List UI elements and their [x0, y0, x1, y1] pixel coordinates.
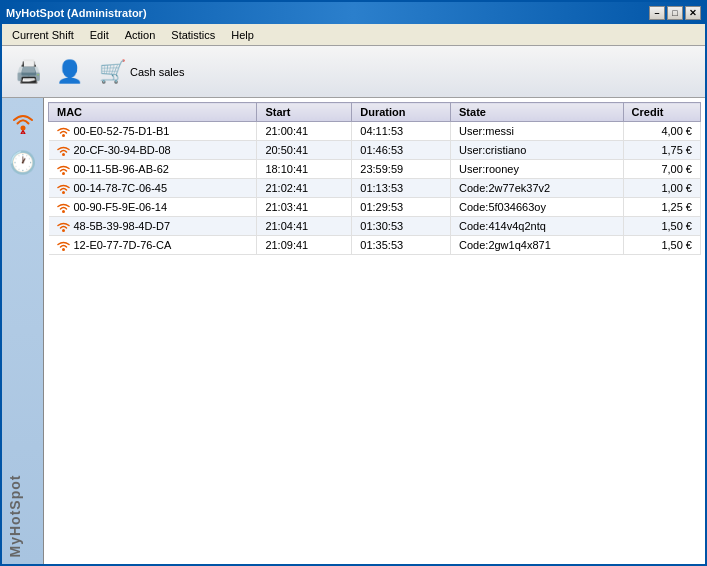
cell-state: User:cristiano [451, 141, 624, 160]
col-start: Start [257, 103, 352, 122]
table-row[interactable]: 00-E0-52-75-D1-B1 21:00:4104:11:53User:m… [49, 122, 701, 141]
svg-point-5 [62, 153, 65, 156]
menu-bar: Current Shift Edit Action Statistics Hel… [2, 24, 705, 46]
wifi-row-icon [57, 183, 70, 194]
cash-sales-button[interactable]: 🛒 Cash sales [92, 56, 191, 88]
left-panel: 🕐 MyHotSpot [2, 98, 44, 564]
cell-start: 21:02:41 [257, 179, 352, 198]
svg-point-4 [62, 134, 65, 137]
cell-credit: 1,75 € [623, 141, 700, 160]
menu-action[interactable]: Action [117, 27, 164, 43]
menu-current-shift[interactable]: Current Shift [4, 27, 82, 43]
wifi-row-icon [57, 126, 70, 137]
cell-credit: 7,00 € [623, 160, 700, 179]
table-row[interactable]: 00-90-F5-9E-06-14 21:03:4101:29:53Code:5… [49, 198, 701, 217]
table-row[interactable]: 12-E0-77-7D-76-CA 21:09:4101:35:53Code:2… [49, 236, 701, 255]
cell-state: Code:2gw1q4x871 [451, 236, 624, 255]
title-bar-controls: – □ ✕ [649, 6, 701, 20]
main-content: 🕐 MyHotSpot MAC Start Duration State Cre… [2, 98, 705, 564]
clock-panel-icon[interactable]: 🕐 [8, 148, 38, 178]
col-state: State [451, 103, 624, 122]
title-bar: MyHotSpot (Administrator) – □ ✕ [2, 2, 705, 24]
wifi-row-icon [57, 240, 70, 251]
cell-state: User:messi [451, 122, 624, 141]
toolbar-btn-1[interactable]: 🖨️ [10, 56, 47, 88]
table-row[interactable]: 48-5B-39-98-4D-D7 21:04:4101:30:53Code:4… [49, 217, 701, 236]
cell-duration: 01:46:53 [352, 141, 451, 160]
svg-point-7 [62, 191, 65, 194]
cell-state: Code:414v4q2ntq [451, 217, 624, 236]
main-window: MyHotSpot (Administrator) – □ ✕ Current … [0, 0, 707, 566]
wifi-panel-icon[interactable] [8, 106, 38, 136]
content-area: MAC Start Duration State Credit 00-E0-52… [44, 98, 705, 564]
cell-start: 20:50:41 [257, 141, 352, 160]
cell-start: 21:04:41 [257, 217, 352, 236]
table-row[interactable]: 20-CF-30-94-BD-08 20:50:4101:46:53User:c… [49, 141, 701, 160]
col-duration: Duration [352, 103, 451, 122]
close-button[interactable]: ✕ [685, 6, 701, 20]
cell-credit: 1,00 € [623, 179, 700, 198]
cell-duration: 01:13:53 [352, 179, 451, 198]
maximize-button[interactable]: □ [667, 6, 683, 20]
col-credit: Credit [623, 103, 700, 122]
cell-start: 21:00:41 [257, 122, 352, 141]
cell-duration: 01:29:53 [352, 198, 451, 217]
cell-duration: 23:59:59 [352, 160, 451, 179]
cell-start: 21:03:41 [257, 198, 352, 217]
person-icon: 🖨️ [15, 59, 42, 85]
cell-mac: 00-14-78-7C-06-45 [49, 179, 257, 198]
table-row[interactable]: 00-11-5B-96-AB-62 18:10:4123:59:59User:r… [49, 160, 701, 179]
menu-edit[interactable]: Edit [82, 27, 117, 43]
cell-state: Code:5f034663oy [451, 198, 624, 217]
table-header-row: MAC Start Duration State Credit [49, 103, 701, 122]
cell-credit: 1,50 € [623, 217, 700, 236]
cell-start: 18:10:41 [257, 160, 352, 179]
cell-state: User:rooney [451, 160, 624, 179]
svg-point-10 [62, 248, 65, 251]
cash-icon: 🛒 [99, 59, 126, 85]
cell-mac: 48-5B-39-98-4D-D7 [49, 217, 257, 236]
wifi-row-icon [57, 202, 70, 213]
wifi-icon [10, 108, 36, 134]
table-row[interactable]: 00-14-78-7C-06-45 21:02:4101:13:53Code:2… [49, 179, 701, 198]
clock-icon: 🕐 [9, 150, 36, 176]
cell-start: 21:09:41 [257, 236, 352, 255]
watermark-label: MyHotSpot [7, 475, 23, 558]
svg-point-8 [62, 210, 65, 213]
svg-point-9 [62, 229, 65, 232]
window-title: MyHotSpot (Administrator) [6, 7, 147, 19]
cell-credit: 1,50 € [623, 236, 700, 255]
cell-state: Code:2w77ek37v2 [451, 179, 624, 198]
minimize-button[interactable]: – [649, 6, 665, 20]
toolbar: 🖨️ 👤 🛒 Cash sales [2, 46, 705, 98]
data-table: MAC Start Duration State Credit 00-E0-52… [48, 102, 701, 255]
cell-mac: 00-E0-52-75-D1-B1 [49, 122, 257, 141]
user-icon: 👤 [56, 59, 83, 85]
cell-duration: 04:11:53 [352, 122, 451, 141]
menu-help[interactable]: Help [223, 27, 262, 43]
cell-mac: 00-11-5B-96-AB-62 [49, 160, 257, 179]
toolbar-btn-2[interactable]: 👤 [51, 56, 88, 88]
cell-mac: 12-E0-77-7D-76-CA [49, 236, 257, 255]
cell-credit: 1,25 € [623, 198, 700, 217]
wifi-row-icon [57, 164, 70, 175]
cell-duration: 01:35:53 [352, 236, 451, 255]
cell-duration: 01:30:53 [352, 217, 451, 236]
svg-point-6 [62, 172, 65, 175]
cell-credit: 4,00 € [623, 122, 700, 141]
wifi-row-icon [57, 221, 70, 232]
svg-point-0 [20, 126, 25, 131]
col-mac: MAC [49, 103, 257, 122]
cell-mac: 00-90-F5-9E-06-14 [49, 198, 257, 217]
cash-sales-label: Cash sales [130, 66, 184, 78]
wifi-row-icon [57, 145, 70, 156]
cell-mac: 20-CF-30-94-BD-08 [49, 141, 257, 160]
menu-statistics[interactable]: Statistics [163, 27, 223, 43]
